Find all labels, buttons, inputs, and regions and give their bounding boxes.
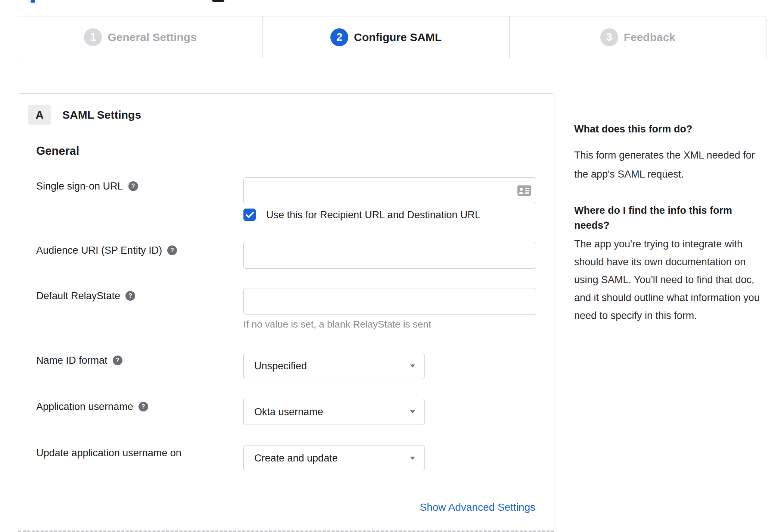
default-relaystate-input[interactable] [243,288,536,315]
name-id-format-label: Name ID format ? [36,354,122,367]
step-general-settings[interactable]: 1 General Settings [18,16,262,58]
step-configure-saml[interactable]: 2 Configure SAML [262,16,509,58]
update-app-username-select[interactable]: Create and update [243,445,425,471]
default-relaystate-label-text: Default RelayState [36,289,120,303]
use-for-recipient-url-checkbox-label[interactable]: Use this for Recipient URL and Destinati… [266,208,480,222]
single-sign-on-url-label-text: Single sign-on URL [36,179,123,193]
name-id-format-select-value: Unspecified [254,360,410,372]
name-id-format-label-text: Name ID format [36,354,108,367]
chevron-down-icon [410,364,416,368]
single-sign-on-url-input[interactable] [243,177,536,204]
checkmark-icon [246,212,254,218]
panel-title: SAML Settings [62,109,141,121]
help-icon[interactable]: ? [113,356,122,365]
step-3-label: Feedback [624,31,675,44]
relaystate-helper-text: If no value is set, a blank RelayState i… [243,317,431,331]
show-advanced-settings-link[interactable]: Show Advanced Settings [420,501,535,513]
update-app-username-select-value: Create and update [254,453,410,464]
section-a-badge: A [28,105,51,125]
sidebar-heading-what: What does this form do? [574,123,761,135]
update-app-username-label: Update application username on [36,446,181,460]
default-relaystate-label: Default RelayState ? [36,289,135,303]
audience-uri-label: Audience URI (SP Entity ID) ? [36,244,177,257]
name-id-format-select[interactable]: Unspecified [243,353,425,379]
step-3-number-badge: 3 [600,28,618,46]
update-app-username-label-text: Update application username on [36,446,181,460]
help-icon[interactable]: ? [139,402,148,411]
section-divider [18,531,554,532]
step-2-number-badge: 2 [330,28,348,46]
saml-settings-panel: A SAML Settings General Single sign-on U… [18,93,554,532]
wizard-stepper: 1 General Settings 2 Configure SAML 3 Fe… [18,16,766,58]
help-icon[interactable]: ? [167,245,177,255]
sidebar-heading-where: Where do I find the info this form needs… [574,203,761,233]
single-sign-on-url-label: Single sign-on URL ? [36,179,138,193]
saml-setup-page: 1 General Settings 2 Configure SAML 3 Fe… [0,0,781,532]
help-icon[interactable]: ? [128,181,138,191]
application-username-select-value: Okta username [254,406,410,418]
help-icon[interactable]: ? [125,291,135,301]
clipped-app-logo [212,0,224,2]
application-username-label: Application username ? [36,400,148,413]
chevron-down-icon [410,456,416,460]
sidebar-body-what: This form generates the XML needed for t… [574,146,757,184]
step-1-number-badge: 1 [84,28,102,46]
step-feedback[interactable]: 3 Feedback [509,16,766,58]
application-username-label-text: Application username [36,400,133,413]
use-for-recipient-url-checkbox[interactable] [243,209,256,221]
general-section-heading: General [36,144,79,158]
step-2-label: Configure SAML [354,31,442,44]
clipped-blue-element [31,0,35,3]
audience-uri-input[interactable] [243,242,536,269]
step-1-label: General Settings [108,31,196,44]
chevron-down-icon [410,410,416,414]
sidebar-body-where: The app you're trying to integrate with … [574,235,770,325]
audience-uri-label-text: Audience URI (SP Entity ID) [36,244,162,257]
application-username-select[interactable]: Okta username [243,399,425,425]
